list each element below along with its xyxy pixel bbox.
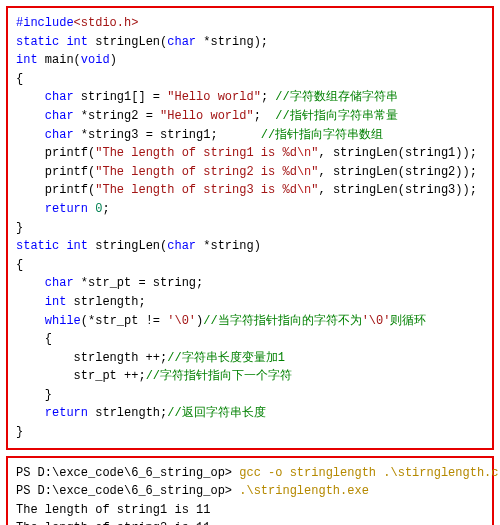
terminal-output: PS D:\exce_code\6_6_string_op> gcc -o st…	[16, 464, 484, 525]
text: ;	[254, 109, 276, 123]
kw-char: char	[45, 128, 74, 142]
kw-int: int	[66, 239, 88, 253]
stdout-line: The length of string2 is 11	[16, 521, 210, 525]
string-literal: "The length of string1 is	[95, 146, 282, 160]
kw-char: char	[45, 276, 74, 290]
indent	[16, 406, 45, 420]
indent	[16, 90, 45, 104]
fn-printf: printf(	[45, 183, 95, 197]
fn-decl: stringLen(	[88, 239, 167, 253]
brace: {	[16, 258, 23, 272]
text: *str_pt = string;	[74, 276, 204, 290]
indent	[16, 276, 45, 290]
brace: }	[16, 221, 23, 235]
text: (*str_pt !=	[81, 314, 167, 328]
indent	[16, 351, 74, 365]
comment: //字符指针指向下一个字符	[146, 369, 292, 383]
text: *string3 = string1;	[74, 128, 261, 142]
char-literal: '\0'	[362, 314, 391, 328]
indent	[16, 146, 45, 160]
indent	[16, 165, 45, 179]
fn-printf: printf(	[45, 146, 95, 160]
kw-return: return	[45, 406, 88, 420]
text: string1[] =	[74, 90, 168, 104]
terminal-panel: PS D:\exce_code\6_6_string_op> gcc -o st…	[6, 456, 494, 525]
string-literal: "Hello world"	[167, 90, 261, 104]
stmt: strlength ++;	[74, 351, 168, 365]
text: ;	[102, 202, 109, 216]
comment: //字符串长度变量加1	[167, 351, 285, 365]
indent	[16, 314, 45, 328]
fn-printf: printf(	[45, 165, 95, 179]
kw-while: while	[45, 314, 81, 328]
text: , stringLen(string3));	[318, 183, 476, 197]
brace: }	[16, 388, 52, 402]
code-panel: #include<stdio.h> static int stringLen(c…	[6, 6, 494, 450]
string-literal: "Hello world"	[160, 109, 254, 123]
ps-prompt: PS D:\exce_code\6_6_string_op>	[16, 484, 239, 498]
brace: {	[16, 72, 23, 86]
brace: }	[16, 425, 23, 439]
kw-char: char	[167, 35, 196, 49]
indent	[16, 202, 45, 216]
indent	[16, 369, 74, 383]
escape-seq: \n	[297, 165, 311, 179]
kw-static: static	[16, 239, 59, 253]
shell-command: .\stringlength.exe	[239, 484, 369, 498]
kw-static: static	[16, 35, 59, 49]
indent	[16, 109, 45, 123]
fn-main: main(	[38, 53, 81, 67]
char-literal: '\0'	[167, 314, 196, 328]
text: ;	[261, 90, 275, 104]
string-literal: "The length of string2 is	[95, 165, 282, 179]
brace: {	[16, 332, 52, 346]
kw-int: int	[66, 35, 88, 49]
text: *string)	[196, 239, 261, 253]
escape-seq: \n	[297, 183, 311, 197]
fn-decl: stringLen(	[88, 35, 167, 49]
include-path: <stdio.h>	[74, 16, 139, 30]
fmt-spec: %d	[282, 165, 296, 179]
kw-int: int	[45, 295, 67, 309]
comment: //指针指向字符串数组	[261, 128, 383, 142]
text: *string);	[196, 35, 268, 49]
comment: //返回字符串长度	[167, 406, 265, 420]
text: strlength;	[88, 406, 167, 420]
text: )	[110, 53, 117, 67]
kw-char: char	[45, 109, 74, 123]
kw-return: return	[45, 202, 88, 216]
string-literal: "The length of string3 is	[95, 183, 282, 197]
comment: 则循环	[390, 314, 426, 328]
indent	[16, 128, 45, 142]
fmt-spec: %d	[282, 146, 296, 160]
indent	[16, 183, 45, 197]
kw-char: char	[167, 239, 196, 253]
text: , stringLen(string2));	[318, 165, 476, 179]
text: , stringLen(string1));	[318, 146, 476, 160]
text: *string2 =	[74, 109, 160, 123]
fmt-spec: %d	[282, 183, 296, 197]
text: strlength;	[66, 295, 145, 309]
escape-seq: \n	[297, 146, 311, 160]
shell-command: gcc -o stringlength .\stirnglength.c	[239, 466, 498, 480]
ps-prompt: PS D:\exce_code\6_6_string_op>	[16, 466, 239, 480]
stdout-line: The length of string1 is 11	[16, 503, 210, 517]
comment: //字符数组存储字符串	[275, 90, 397, 104]
indent	[16, 295, 45, 309]
source-code: #include<stdio.h> static int stringLen(c…	[16, 14, 484, 442]
kw-int: int	[16, 53, 38, 67]
kw-char: char	[45, 90, 74, 104]
preproc-keyword: #include	[16, 16, 74, 30]
stmt: str_pt ++;	[74, 369, 146, 383]
comment: //当字符指针指向的字符不为	[203, 314, 361, 328]
comment: //指针指向字符串常量	[275, 109, 397, 123]
kw-void: void	[81, 53, 110, 67]
